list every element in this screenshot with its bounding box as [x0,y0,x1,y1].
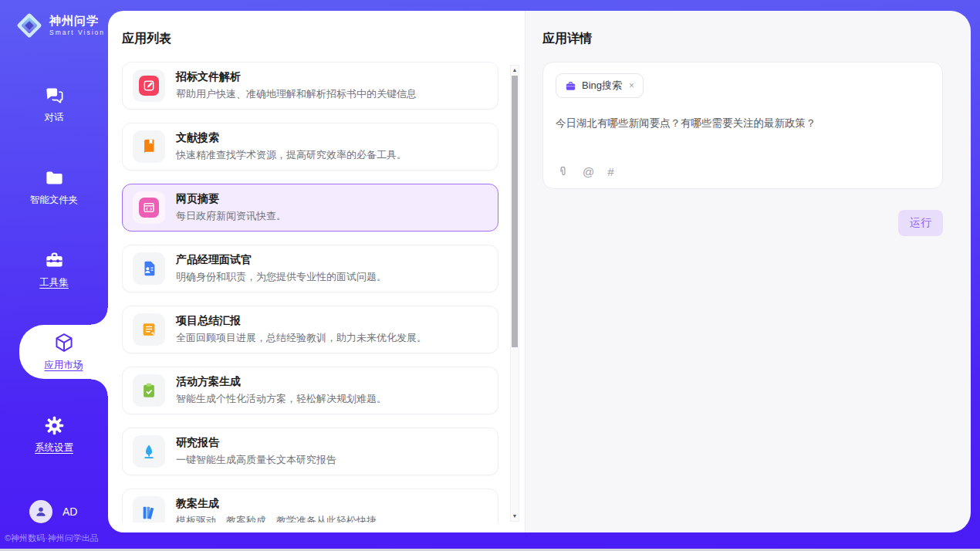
person-icon [34,505,48,519]
app-icon-tile [133,435,165,468]
scroll-down-arrow-icon[interactable]: ▼ [511,512,519,520]
app-desc: 模板驱动，教案秒成，教学准备从此轻松快捷 [176,514,377,522]
app-card-project-summary[interactable]: 项目总结汇报 全面回顾项目进展，总结经验教训，助力未来优化发展。 [122,306,498,353]
sidebar-item-chat[interactable]: 对话 [0,77,108,131]
app-desc: 明确身份和职责，为您提供专业性的面试问题。 [176,270,387,284]
app-name: 教案生成 [176,497,377,511]
sidebar-item-label: 系统设置 [35,441,73,455]
app-icon-tile [133,496,165,522]
sidebar-item-smart-folders[interactable]: 智能文件夹 [0,160,108,214]
brand-subtitle: Smart Vision [49,29,105,36]
brand-name: 神州问学 [49,15,105,28]
copyright-text: ©神州数码·神州问学出品 [5,532,106,544]
scroll-up-arrow-icon[interactable]: ▲ [511,66,519,74]
sidebar-item-toolset[interactable]: 工具集 [0,242,108,296]
books-icon [139,502,159,522]
mention-icon[interactable]: @ [583,165,594,178]
brand-logo: 神州问学 Smart Vision [0,0,108,39]
app-icon-tile [133,130,165,163]
sidebar-item-label: 工具集 [39,276,69,289]
app-icon-tile [133,252,165,285]
app-icon-tile [133,313,165,346]
diamond-logo-icon [15,12,43,39]
sidebar-item-app-market[interactable]: 应用市场 [19,325,108,379]
tool-tag-bing-search[interactable]: Bing搜索 × [556,73,644,98]
app-card-web-summary[interactable]: 网页摘要 每日政府新闻资讯快查。 [122,184,498,232]
report-note-icon [139,319,159,340]
app-icon-tile [133,191,165,224]
web-page-icon [139,198,159,218]
sidebar: 神州问学 Smart Vision 对话 智能文件夹 [0,0,108,551]
app-card-bid-doc-parse[interactable]: 招标文件解析 帮助用户快速、准确地理解和解析招标书中的关键信息 [122,62,498,110]
content-frame: 应用列表 招标文件解析 帮助用户快速、准确地理解和解析招标书中的关键信息 [108,11,971,532]
app-card-research-report[interactable]: 研究报告 一键智能生成高质量长文本研究报告 [122,428,498,475]
prompt-input[interactable]: 今日湖北有哪些新闻要点？有哪些需要关注的最新政策？ [556,117,930,130]
chat-icon [44,85,65,106]
app-detail-title: 应用详情 [542,31,592,47]
sidebar-item-settings[interactable]: 系统设置 [0,407,108,461]
attachment-toolbar: @ # [556,165,614,178]
app-desc: 智能生成个性化活动方案，轻松解决规划难题。 [176,392,387,406]
app-desc: 全面回顾项目进展，总结经验教训，助力未来优化发展。 [176,331,427,345]
sidebar-item-label: 应用市场 [45,359,83,372]
app-list: 招标文件解析 帮助用户快速、准确地理解和解析招标书中的关键信息 文献搜索 快速精… [122,62,498,522]
app-name: 研究报告 [176,436,336,450]
app-name: 文献搜索 [176,131,407,145]
app-desc: 快速精准查找学术资源，提高研究效率的必备工具。 [176,148,407,162]
gear-icon [44,415,65,436]
app-name: 产品经理面试官 [176,253,387,267]
prompt-card: Bing搜索 × 今日湖北有哪些新闻要点？有哪些需要关注的最新政策？ @ # [542,62,943,189]
app-name: 网页摘要 [176,192,286,206]
app-detail-panel: 应用详情 Bing搜索 × 今日湖北有哪些新闻要点？有哪些需要关注的最新政策？ … [525,11,971,532]
edit-document-icon [139,76,159,96]
sidebar-item-label: 对话 [45,111,64,124]
sidebar-nav: 对话 智能文件夹 工具集 应用市 [0,77,108,490]
user-label: AD [63,505,77,518]
hashtag-icon[interactable]: # [607,165,613,178]
app-desc: 每日政府新闻资讯快查。 [176,209,286,223]
app-list-title: 应用列表 [122,31,171,47]
app-icon-tile [133,69,165,102]
app-desc: 一键智能生成高质量长文本研究报告 [176,453,336,467]
app-list-panel: 应用列表 招标文件解析 帮助用户快速、准确地理解和解析招标书中的关键信息 [108,11,525,532]
cube-icon [53,332,75,353]
briefcase-icon [565,80,576,92]
tag-close-icon[interactable]: × [629,80,634,91]
avatar [29,500,52,523]
ink-pen-icon [139,441,159,461]
list-scrollbar[interactable]: ▲ ▼ [510,65,519,522]
user-account[interactable]: AD [0,500,108,523]
app-card-literature-search[interactable]: 文献搜索 快速精准查找学术资源，提高研究效率的必备工具。 [122,123,498,171]
folder-icon [44,167,65,188]
app-name: 项目总结汇报 [176,314,427,328]
interviewer-document-icon [139,259,159,279]
scrollbar-thumb[interactable] [512,76,518,347]
book-icon [139,137,159,157]
app-name: 招标文件解析 [176,70,417,84]
tool-tag-label: Bing搜索 [582,79,622,93]
app-card-lesson-plan[interactable]: 教案生成 模板驱动，教案秒成，教学准备从此轻松快捷 [122,488,498,522]
app-name: 活动方案生成 [176,375,387,389]
run-button[interactable]: 运行 [898,210,943,236]
sidebar-item-label: 智能文件夹 [30,194,79,207]
clipboard-check-icon [139,380,159,401]
paperclip-icon[interactable] [556,165,569,178]
toolbox-icon [44,250,65,271]
app-card-pm-interviewer[interactable]: 产品经理面试官 明确身份和职责，为您提供专业性的面试问题。 [122,245,498,292]
app-icon-tile [133,374,165,407]
app-desc: 帮助用户快速、准确地理解和解析招标书中的关键信息 [176,87,417,101]
app-card-event-plan[interactable]: 活动方案生成 智能生成个性化活动方案，轻松解决规划难题。 [122,367,498,414]
